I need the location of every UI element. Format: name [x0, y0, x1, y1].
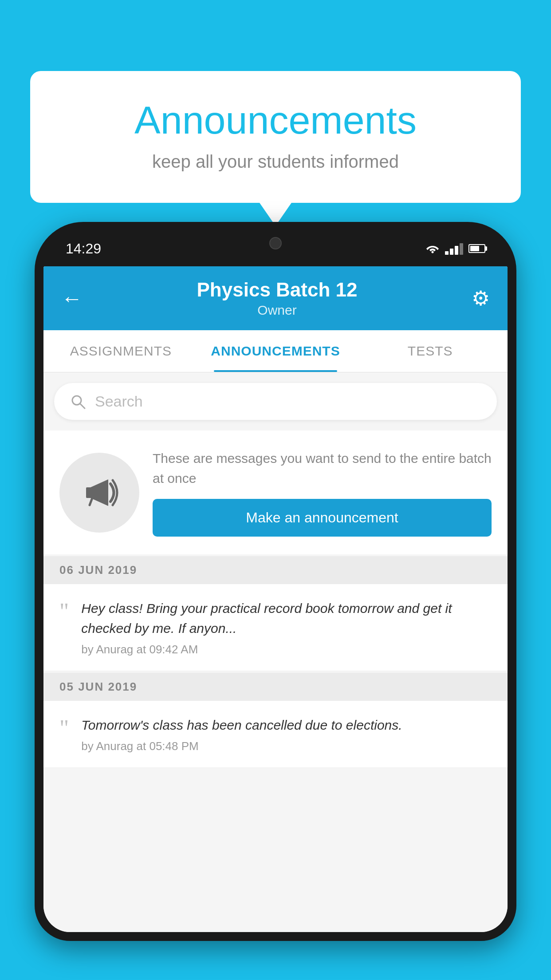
announcement-item-1[interactable]: " Hey class! Bring your practical record…: [43, 584, 508, 671]
phone-container: 14:29: [35, 222, 516, 980]
speech-bubble-container: Announcements keep all your students inf…: [30, 71, 521, 203]
promo-right: These are messages you want to send to t…: [153, 448, 492, 537]
quote-icon-2: ": [59, 717, 69, 740]
announcement-promo: These are messages you want to send to t…: [43, 431, 508, 554]
megaphone-icon: [77, 470, 122, 515]
phone-notch: [240, 231, 311, 255]
signal-bars-icon: [445, 242, 463, 255]
tab-tests[interactable]: TESTS: [353, 330, 508, 372]
tabs-container: ASSIGNMENTS ANNOUNCEMENTS TESTS: [43, 330, 508, 372]
header-title: Physics Batch 12: [83, 279, 472, 301]
battery-icon: [468, 244, 485, 253]
promo-description: These are messages you want to send to t…: [153, 448, 492, 488]
phone-screen: ← Physics Batch 12 Owner ⚙ ASSIGNMENTS A…: [43, 266, 508, 932]
search-icon: [70, 394, 86, 410]
tab-assignments[interactable]: ASSIGNMENTS: [43, 330, 198, 372]
back-button[interactable]: ←: [61, 286, 83, 311]
header-center: Physics Batch 12 Owner: [83, 279, 472, 318]
date-separator-2: 05 JUN 2019: [43, 673, 508, 701]
status-time: 14:29: [66, 241, 101, 257]
phone-frame: 14:29: [35, 222, 516, 941]
announcement-meta-1: by Anurag at 09:42 AM: [81, 643, 492, 656]
megaphone-circle: [59, 453, 139, 533]
tab-announcements[interactable]: ANNOUNCEMENTS: [198, 330, 353, 372]
svg-line-2: [80, 404, 85, 408]
content-area: Search These: [43, 372, 508, 932]
announcement-text-1: Hey class! Bring your practical record b…: [81, 598, 492, 638]
svg-line-5: [90, 498, 92, 505]
search-placeholder: Search: [95, 393, 143, 410]
header-subtitle: Owner: [83, 303, 472, 318]
bubble-title: Announcements: [66, 98, 485, 143]
announcement-meta-2: by Anurag at 05:48 PM: [81, 739, 492, 753]
make-announcement-button[interactable]: Make an announcement: [153, 499, 492, 537]
app-header: ← Physics Batch 12 Owner ⚙: [43, 266, 508, 330]
announcement-text-2: Tomorrow's class has been cancelled due …: [81, 715, 492, 735]
wifi-icon: [425, 243, 440, 254]
bubble-subtitle: keep all your students informed: [66, 152, 485, 172]
search-bar[interactable]: Search: [54, 383, 497, 420]
quote-icon-1: ": [59, 600, 69, 623]
announcement-content-1: Hey class! Bring your practical record b…: [81, 598, 492, 656]
status-bar: 14:29: [43, 231, 508, 266]
svg-rect-4: [86, 487, 91, 498]
settings-icon[interactable]: ⚙: [472, 286, 490, 310]
date-separator-1: 06 JUN 2019: [43, 556, 508, 584]
status-icons: [425, 242, 485, 255]
announcement-item-2[interactable]: " Tomorrow's class has been cancelled du…: [43, 701, 508, 768]
svg-marker-3: [91, 479, 108, 506]
speech-bubble: Announcements keep all your students inf…: [30, 71, 521, 203]
svg-point-0: [432, 251, 434, 253]
camera-dot: [269, 237, 282, 249]
announcement-content-2: Tomorrow's class has been cancelled due …: [81, 715, 492, 753]
